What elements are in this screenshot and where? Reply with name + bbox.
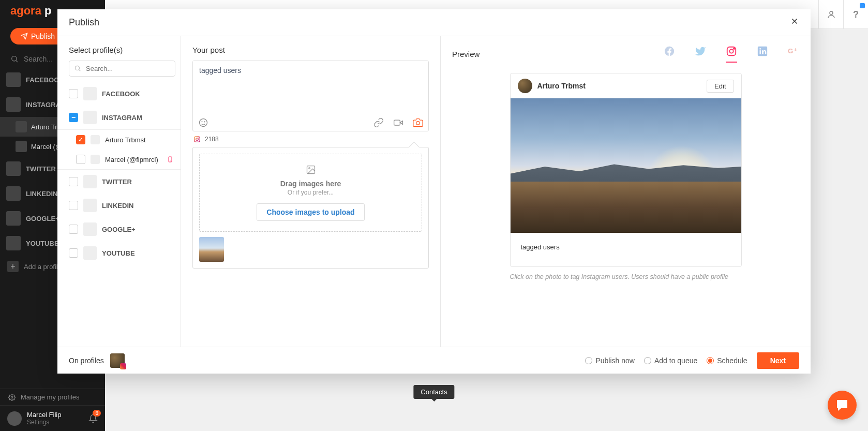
help-icon: ? — [853, 9, 859, 20]
profile-arturo[interactable]: Arturo Trbmst — [69, 130, 175, 150]
profile-group-googleplus[interactable]: GOOGLE+ — [69, 217, 175, 241]
checkbox[interactable] — [69, 177, 78, 186]
post-textarea[interactable] — [193, 61, 428, 113]
next-button[interactable]: Next — [757, 352, 799, 369]
radio[interactable] — [644, 357, 651, 364]
post-column: Your post 2188 — [181, 36, 441, 347]
checkbox-partial[interactable] — [69, 113, 78, 122]
manage-profiles-link[interactable]: Manage my profiles — [0, 389, 105, 405]
contacts-tooltip: Contacts — [413, 385, 454, 399]
link-icon[interactable] — [373, 117, 384, 128]
preview-header: Preview G+ — [452, 46, 799, 63]
profiles-title: Select profile(s) — [69, 46, 175, 54]
choose-images-button[interactable]: Choose images to upload — [257, 203, 364, 221]
svg-line-1 — [16, 61, 18, 62]
profile-group-youtube[interactable]: YOUTUBE — [69, 241, 175, 265]
checkbox[interactable] — [69, 225, 78, 234]
preview-tab-instagram[interactable] — [726, 46, 737, 63]
svg-point-25 — [759, 48, 761, 50]
checkbox[interactable] — [69, 248, 78, 258]
publish-modal: Publish Select profile(s) FACEBOOK INSTA… — [57, 9, 811, 374]
checkbox[interactable] — [76, 155, 85, 164]
svg-rect-24 — [760, 50, 761, 54]
option-label: Schedule — [717, 356, 747, 365]
preview-tab-googleplus[interactable]: G+ — [788, 46, 799, 63]
dropzone-subtitle: Or if you prefer... — [210, 189, 411, 196]
dropzone[interactable]: Drag images here Or if you prefer... Cho… — [199, 154, 422, 232]
sidebar-footer: Manage my profiles Marcel Filip Settings… — [0, 389, 105, 431]
on-profiles: On profiles — [69, 353, 125, 368]
svg-text:G: G — [788, 47, 793, 55]
notifications-button[interactable]: 6 — [88, 414, 98, 423]
top-bar-right: ? — [818, 0, 868, 29]
preview-image[interactable] — [511, 98, 741, 233]
option-publish-now[interactable]: Publish now — [585, 356, 635, 365]
video-icon[interactable] — [393, 117, 403, 128]
uploaded-thumbnail[interactable] — [199, 237, 224, 262]
profile-group-label: INSTAGRAM — [102, 114, 142, 122]
preview-card-header: Arturo Trbmst Edit — [511, 73, 741, 98]
option-schedule[interactable]: Schedule — [707, 356, 747, 365]
on-profiles-label: On profiles — [69, 356, 104, 365]
profile-search-input[interactable] — [69, 61, 175, 77]
svg-point-14 — [416, 122, 420, 125]
preview-card: Arturo Trbmst Edit tagged users — [510, 73, 742, 267]
edit-button[interactable]: Edit — [707, 80, 734, 93]
help-badge — [860, 3, 865, 8]
preview-tab-linkedin[interactable] — [757, 46, 768, 63]
radio-checked[interactable] — [707, 357, 714, 364]
svg-point-21 — [729, 49, 733, 53]
user-info: Marcel Filip Settings — [27, 411, 61, 426]
manage-label: Manage my profiles — [21, 393, 79, 401]
profile-user-label: Arturo Trbmst — [105, 136, 146, 144]
profile-marcel[interactable]: Marcel (@flpmrcl) — [69, 150, 175, 169]
svg-point-0 — [12, 56, 17, 61]
preview-tab-twitter[interactable] — [695, 46, 706, 63]
user-account-row[interactable]: Marcel Filip Settings 6 — [0, 405, 105, 431]
svg-point-11 — [202, 122, 202, 122]
publish-button-label: Publish — [31, 32, 55, 40]
checkbox[interactable] — [69, 201, 78, 210]
profile-group-instagram[interactable]: INSTAGRAM — [69, 106, 175, 129]
footer-actions: Publish now Add to queue Schedule Next — [585, 352, 799, 369]
user-avatar — [16, 141, 27, 152]
preview-user-name: Arturo Trbmst — [537, 82, 586, 90]
svg-rect-15 — [194, 137, 200, 142]
emoji-icon[interactable] — [198, 117, 208, 128]
chat-icon — [835, 398, 849, 412]
profile-group-twitter[interactable]: TWITTER — [69, 170, 175, 194]
preview-caption: tagged users — [511, 233, 741, 266]
char-count: 2188 — [205, 136, 219, 143]
twitter-icon — [695, 46, 706, 57]
svg-rect-13 — [394, 120, 400, 125]
account-menu[interactable] — [818, 0, 843, 29]
modal-body: Select profile(s) FACEBOOK INSTAGRAM — [57, 36, 811, 347]
checkbox[interactable] — [69, 89, 78, 98]
profile-group-label: LINKEDIN — [102, 202, 133, 210]
camera-icon[interactable] — [413, 117, 423, 128]
checkbox-checked[interactable] — [76, 135, 85, 144]
preview-user-avatar — [518, 79, 532, 93]
help-menu[interactable]: ? — [843, 0, 868, 29]
selected-profile-avatar[interactable] — [110, 353, 125, 368]
network-icon — [83, 175, 97, 188]
radio[interactable] — [585, 357, 592, 364]
logo-text-b: p — [41, 4, 52, 17]
svg-point-2 — [11, 396, 13, 398]
close-button[interactable] — [790, 17, 799, 28]
preview-tab-facebook[interactable] — [664, 46, 675, 63]
profile-group-facebook[interactable]: FACEBOOK — [69, 82, 175, 106]
add-profile-label: Add a profile — [24, 263, 62, 271]
user-avatar — [16, 121, 27, 132]
googleplus-icon: G+ — [788, 46, 799, 57]
option-add-to-queue[interactable]: Add to queue — [644, 356, 697, 365]
sidebar-item-label: LINKEDIN — [26, 190, 57, 198]
mobile-icon — [167, 155, 173, 164]
profile-group-label: TWITTER — [102, 178, 132, 186]
preview-title: Preview — [452, 50, 480, 58]
profile-group-linkedin[interactable]: LINKEDIN — [69, 194, 175, 217]
chat-launcher[interactable] — [828, 391, 857, 420]
dropzone-title: Drag images here — [210, 180, 411, 188]
logo-text-a: agora — [10, 4, 41, 17]
composer-toolbar — [193, 114, 428, 131]
